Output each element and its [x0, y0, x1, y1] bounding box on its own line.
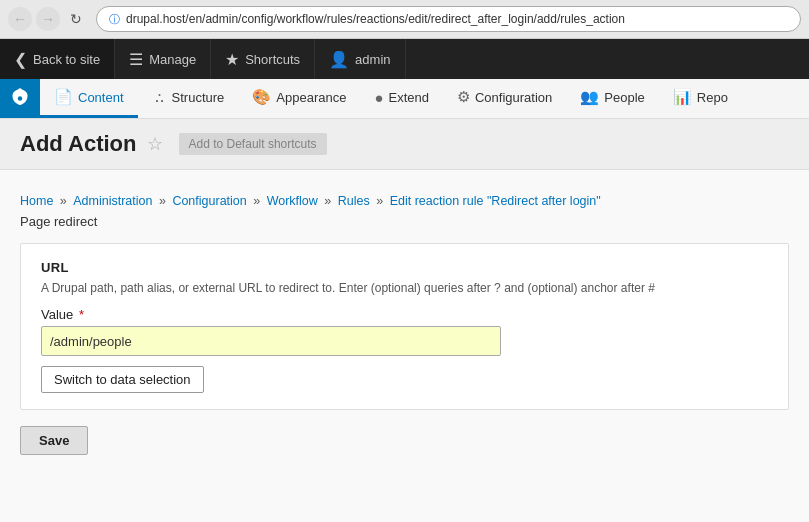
svg-point-0 — [18, 96, 22, 100]
back-to-site-button[interactable]: ❮ Back to site — [0, 39, 115, 79]
nav-item-structure[interactable]: ⛬ Structure — [138, 79, 239, 118]
drupal-home-icon: ❮ — [14, 50, 27, 69]
back-button[interactable]: ← — [8, 7, 32, 31]
breadcrumb-edit-rule[interactable]: Edit reaction rule "Redirect after login… — [390, 194, 601, 208]
value-field-label: Value * — [41, 307, 768, 322]
admin-label: admin — [355, 52, 390, 67]
switch-to-data-selection-button[interactable]: Switch to data selection — [41, 366, 204, 393]
back-to-site-label: Back to site — [33, 52, 100, 67]
address-bar[interactable]: ⓘ drupal.host/en/admin/config/workflow/r… — [96, 6, 801, 32]
nav-item-configuration[interactable]: ⚙ Configuration — [443, 79, 566, 118]
nav-reports-label: Repo — [697, 90, 728, 105]
save-button[interactable]: Save — [20, 426, 88, 455]
drupal-logo — [0, 79, 40, 118]
star-icon: ★ — [225, 50, 239, 69]
admin-button[interactable]: 👤 admin — [315, 39, 405, 79]
url-text: drupal.host/en/admin/config/workflow/rul… — [126, 12, 625, 26]
structure-icon: ⛬ — [152, 89, 167, 106]
favorite-icon[interactable]: ☆ — [147, 133, 163, 155]
browser-chrome: ← → ↻ ⓘ drupal.host/en/admin/config/work… — [0, 0, 809, 39]
breadcrumb-sep-3: » — [253, 194, 263, 208]
shortcuts-button[interactable]: ★ Shortcuts — [211, 39, 315, 79]
breadcrumb-sep-4: » — [324, 194, 334, 208]
nav-item-people[interactable]: 👥 People — [566, 79, 658, 118]
breadcrumb-sep-2: » — [159, 194, 169, 208]
secure-icon: ⓘ — [109, 12, 120, 27]
nav-item-content[interactable]: 📄 Content — [40, 79, 138, 118]
page-content: Home » Administration » Configuration » … — [0, 170, 809, 522]
url-value-input[interactable] — [41, 326, 501, 356]
reports-icon: 📊 — [673, 88, 692, 106]
nav-item-reports[interactable]: 📊 Repo — [659, 79, 742, 118]
breadcrumb-configuration[interactable]: Configuration — [172, 194, 246, 208]
extend-icon: ● — [374, 89, 383, 106]
add-to-shortcuts-button[interactable]: Add to Default shortcuts — [179, 133, 327, 155]
forward-button[interactable]: → — [36, 7, 60, 31]
manage-button[interactable]: ☰ Manage — [115, 39, 211, 79]
content-icon: 📄 — [54, 88, 73, 106]
page-title-bar: Add Action ☆ Add to Default shortcuts — [0, 119, 809, 170]
breadcrumb: Home » Administration » Configuration » … — [20, 186, 789, 212]
breadcrumb-rules[interactable]: Rules — [338, 194, 370, 208]
breadcrumb-sep-5: » — [376, 194, 386, 208]
breadcrumb-sep-1: » — [60, 194, 70, 208]
nav-appearance-label: Appearance — [276, 90, 346, 105]
url-field-label: URL — [41, 260, 768, 275]
nav-extend-label: Extend — [388, 90, 428, 105]
nav-people-label: People — [604, 90, 644, 105]
browser-nav-buttons: ← → ↻ — [8, 7, 88, 31]
shortcuts-label: Shortcuts — [245, 52, 300, 67]
nav-content-label: Content — [78, 90, 124, 105]
nav-structure-label: Structure — [172, 90, 225, 105]
config-icon: ⚙ — [457, 88, 470, 106]
appearance-icon: 🎨 — [252, 88, 271, 106]
breadcrumb-administration[interactable]: Administration — [73, 194, 152, 208]
nav-item-extend[interactable]: ● Extend — [360, 79, 443, 118]
url-field-description: A Drupal path, path alias, or external U… — [41, 279, 768, 297]
page-subtitle: Page redirect — [20, 214, 789, 229]
nav-menu: 📄 Content ⛬ Structure 🎨 Appearance ● Ext… — [0, 79, 809, 119]
required-indicator: * — [75, 307, 84, 322]
nav-config-label: Configuration — [475, 90, 552, 105]
people-icon: 👥 — [580, 88, 599, 106]
refresh-button[interactable]: ↻ — [64, 7, 88, 31]
nav-item-appearance[interactable]: 🎨 Appearance — [238, 79, 360, 118]
menu-icon: ☰ — [129, 50, 143, 69]
admin-toolbar: ❮ Back to site ☰ Manage ★ Shortcuts 👤 ad… — [0, 39, 809, 79]
page-title: Add Action — [20, 131, 137, 157]
manage-label: Manage — [149, 52, 196, 67]
form-box: URL A Drupal path, path alias, or extern… — [20, 243, 789, 410]
breadcrumb-home[interactable]: Home — [20, 194, 53, 208]
breadcrumb-workflow[interactable]: Workflow — [267, 194, 318, 208]
user-icon: 👤 — [329, 50, 349, 69]
